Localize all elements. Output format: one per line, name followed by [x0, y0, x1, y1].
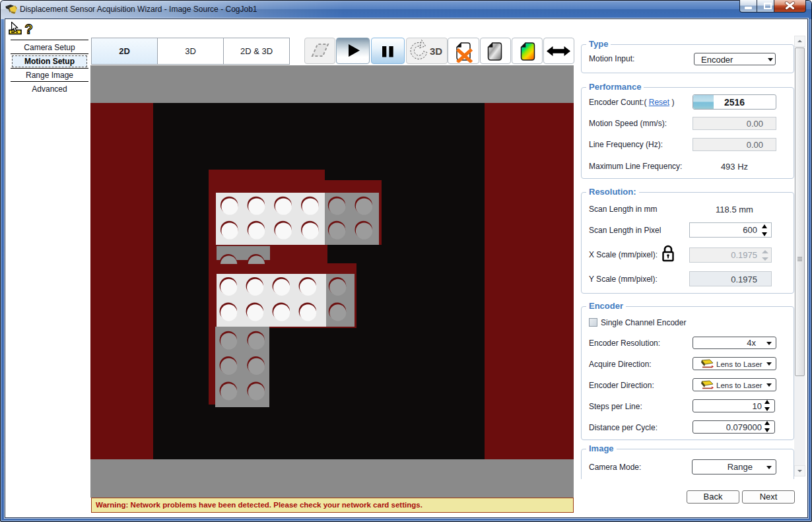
svg-text:3D: 3D [430, 46, 442, 57]
svg-text:?: ? [24, 23, 32, 36]
